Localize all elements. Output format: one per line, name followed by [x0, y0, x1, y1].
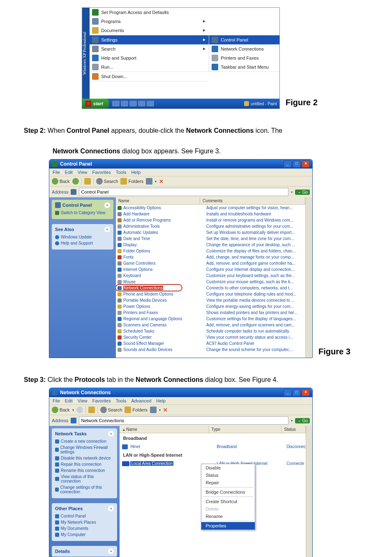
start-menu-item[interactable]: Settings▶	[90, 35, 209, 45]
context-menu-item[interactable]: Disable	[201, 464, 255, 471]
context-menu-item[interactable]: Delete	[201, 505, 255, 513]
control-panel-item[interactable]: Automatic UpdatesSet up Windows to autom…	[116, 229, 305, 236]
menu-item[interactable]: Help	[156, 398, 166, 403]
scrollbar[interactable]	[305, 197, 312, 358]
views-button[interactable]	[150, 407, 157, 413]
control-panel-item[interactable]: Scanners and CamerasAdd, remove, and con…	[116, 322, 305, 328]
settings-submenu-item[interactable]: Taskbar and Start Menu	[209, 62, 279, 72]
start-menu-item[interactable]: Search▶	[90, 44, 209, 54]
menu-item[interactable]: Edit	[65, 398, 73, 403]
column-headers[interactable]: Name Comments	[116, 197, 305, 205]
search-button[interactable]: Search	[96, 178, 118, 185]
start-menu-item[interactable]: Help and Support	[90, 53, 209, 63]
menu-item[interactable]: Favorites	[92, 398, 111, 403]
back-button[interactable]: Back	[52, 407, 69, 413]
settings-submenu-item[interactable]: Network Connections	[209, 44, 279, 54]
scrollbar[interactable]	[306, 426, 312, 557]
quick-launch-icon[interactable]	[121, 101, 128, 106]
control-panel-item[interactable]: Regional and Language OptionsCustomize s…	[116, 316, 305, 322]
control-panel-item[interactable]: Administrative ToolsConfigure administra…	[116, 223, 305, 229]
quick-launch-icon[interactable]	[112, 101, 120, 106]
start-menu-item[interactable]: Run...	[90, 62, 209, 72]
task-link[interactable]: Change Windows Firewall settings	[55, 445, 114, 454]
collapse-icon[interactable]: «	[108, 431, 114, 437]
place-link[interactable]: My Computer	[55, 532, 114, 537]
address-input[interactable]	[79, 416, 288, 425]
control-panel-item[interactable]: Accessibility OptionsAdjust your compute…	[116, 205, 305, 211]
column-headers[interactable]: ▲Name Type Status	[120, 426, 306, 433]
close-button[interactable]: ×	[302, 389, 310, 396]
minimize-button[interactable]: _	[284, 389, 292, 396]
control-panel-item[interactable]: Portable Media DevicesView the portable …	[116, 297, 305, 303]
menu-item[interactable]: Tools	[116, 398, 127, 403]
control-panel-item[interactable]: Game ControllersAdd, remove, and configu…	[116, 260, 305, 266]
collapse-icon[interactable]: «	[104, 202, 110, 208]
start-menu-item[interactable]: Shut Down...	[90, 72, 209, 81]
start-menu-item[interactable]: Documents▶	[90, 26, 209, 35]
control-panel-item[interactable]: Sound Effect ManagerAC97 Audio Control P…	[116, 340, 305, 347]
place-link[interactable]: My Network Places	[55, 520, 114, 525]
views-button[interactable]	[146, 178, 152, 185]
folders-button[interactable]: Folders	[120, 178, 143, 185]
task-link[interactable]: Rename this connection	[55, 468, 114, 473]
maximize-button[interactable]: □	[293, 160, 301, 168]
up-button[interactable]	[84, 178, 91, 185]
control-panel-item[interactable]: Add HardwareInstalls and troubleshoots h…	[116, 211, 305, 217]
help-support-link[interactable]: Help and Support	[55, 241, 110, 245]
quick-launch-icon[interactable]	[129, 101, 137, 106]
taskbar-button-paint[interactable]: untitled - Paint	[242, 99, 279, 109]
context-menu-item[interactable]: Status	[201, 471, 255, 479]
delete-icon[interactable]: ✕	[163, 407, 168, 413]
menu-item[interactable]: Help	[131, 170, 141, 175]
up-button[interactable]	[88, 407, 95, 413]
forward-button[interactable]	[72, 178, 79, 185]
control-panel-item[interactable]: KeyboardCustomize your keyboard settings…	[116, 273, 305, 279]
control-panel-item[interactable]: Scheduled TasksSchedule computer tasks t…	[116, 328, 305, 334]
close-button[interactable]: ×	[302, 160, 310, 168]
context-menu-item[interactable]: Create Shortcut	[201, 498, 255, 505]
quick-launch-icon[interactable]	[138, 101, 145, 106]
control-panel-item[interactable]: Internet OptionsConfigure your Internet …	[116, 266, 305, 273]
control-panel-item[interactable]: Security CenterView your current securit…	[116, 334, 305, 340]
control-panel-item[interactable]: DisplayChange the appearance of your des…	[116, 242, 305, 248]
menu-item[interactable]: View	[78, 170, 88, 175]
control-panel-item[interactable]: Power OptionsConfigure energy-saving set…	[116, 303, 305, 310]
context-menu-item[interactable]: Bridge Connections	[201, 488, 255, 496]
menu-item[interactable]: File	[53, 398, 60, 403]
context-menu-item[interactable]: Properties	[201, 522, 255, 529]
place-link[interactable]: Control Panel	[55, 514, 114, 518]
task-link[interactable]: Change settings of this connection	[55, 485, 114, 494]
menu-item[interactable]: Favorites	[92, 170, 111, 175]
settings-submenu-item[interactable]: Control Panel	[209, 35, 279, 45]
task-link[interactable]: Create a new connection	[55, 439, 114, 444]
quick-launch-icon[interactable]	[147, 101, 154, 106]
control-panel-item[interactable]: Printers and FaxesShows installed printe…	[116, 310, 305, 316]
menu-item[interactable]: File	[53, 170, 60, 175]
collapse-icon[interactable]: «	[108, 506, 114, 511]
start-button[interactable]: start	[82, 99, 109, 109]
menu-item[interactable]: Tools	[116, 170, 127, 175]
start-menu-item[interactable]: Set Program Access and Defaults	[90, 8, 209, 17]
minimize-button[interactable]: _	[284, 160, 292, 168]
place-link[interactable]: My Documents	[55, 526, 114, 531]
context-menu-item[interactable]: Rename	[201, 513, 255, 520]
folders-button[interactable]: Folders	[125, 407, 148, 413]
control-panel-item[interactable]: Phone and Modem OptionsConfigure your te…	[116, 291, 305, 297]
delete-icon[interactable]: ✕	[159, 178, 164, 185]
control-panel-item[interactable]: Add or Remove ProgramsInstall or remove …	[116, 217, 305, 223]
address-input[interactable]	[79, 188, 288, 196]
start-menu-item[interactable]: Programs▶	[90, 17, 209, 26]
switch-category-view-link[interactable]: Switch to Category View	[55, 210, 110, 215]
maximize-button[interactable]: □	[293, 389, 301, 396]
connection-hinet[interactable]: Hinet Broadband Disconnec	[120, 443, 306, 450]
menu-item[interactable]: Edit	[65, 170, 73, 175]
settings-submenu-item[interactable]: Printers and Faxes	[209, 53, 279, 63]
task-link[interactable]: Disable this network device	[55, 456, 114, 460]
expand-icon[interactable]: »	[108, 548, 114, 554]
go-button[interactable]: → Go	[295, 190, 310, 195]
windows-update-link[interactable]: Windows Update	[55, 235, 110, 239]
control-panel-item[interactable]: FontsAdd, change, and manage fonts on yo…	[116, 254, 305, 260]
control-panel-item[interactable]: Sounds and Audio DevicesChange the sound…	[116, 347, 305, 353]
control-panel-item[interactable]: Date and TimeSet the date, time, and tim…	[116, 236, 305, 242]
task-link[interactable]: View status of this connection	[55, 474, 114, 483]
